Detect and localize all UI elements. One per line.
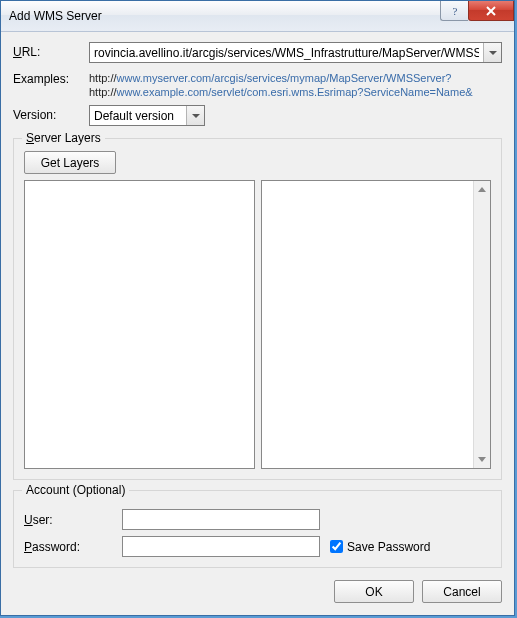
get-layers-button[interactable]: Get Layers: [24, 151, 116, 174]
chevron-down-icon: [489, 51, 497, 55]
examples-text: http://www.myserver.com/arcgis/services/…: [89, 69, 473, 99]
window-controls: ?: [440, 1, 514, 21]
cancel-button[interactable]: Cancel: [422, 580, 502, 603]
help-button[interactable]: ?: [440, 1, 468, 21]
password-label: Password:: [24, 540, 122, 554]
account-group: Account (Optional) User: Password: Save …: [13, 490, 502, 568]
chevron-up-icon: [478, 187, 486, 192]
version-row: Version: Default version: [13, 105, 502, 126]
version-combo[interactable]: Default version: [89, 105, 205, 126]
url-combo[interactable]: [89, 42, 502, 63]
version-label: Version:: [13, 105, 89, 122]
url-label: URL:: [13, 42, 89, 59]
server-layers-group: Server Layers Get Layers: [13, 138, 502, 480]
examples-label: Examples:: [13, 69, 89, 86]
account-legend: Account (Optional): [22, 483, 129, 497]
chevron-down-icon: [478, 457, 486, 462]
examples-row: Examples: http://www.myserver.com/arcgis…: [13, 69, 502, 99]
right-pane-scrollbar[interactable]: [473, 181, 490, 468]
client-area: URL: Examples: http://www.myserver.com/a…: [1, 32, 514, 615]
dialog-window: Add WMS Server ? URL:: [0, 0, 515, 616]
layers-list-left[interactable]: [24, 180, 255, 469]
help-icon: ?: [450, 5, 460, 17]
password-input[interactable]: [122, 536, 320, 557]
scroll-down-button[interactable]: [476, 453, 489, 466]
server-layers-legend: Server Layers: [22, 131, 105, 145]
titlebar: Add WMS Server ?: [1, 1, 514, 32]
url-input[interactable]: [90, 43, 483, 62]
user-input[interactable]: [122, 509, 320, 530]
svg-text:?: ?: [452, 5, 457, 17]
save-password-checkbox[interactable]: Save Password: [330, 540, 430, 554]
url-row: URL:: [13, 42, 502, 63]
scroll-up-button[interactable]: [476, 183, 489, 196]
dialog-footer: OK Cancel: [13, 580, 502, 603]
url-dropdown-button[interactable]: [483, 43, 501, 62]
layers-list-right[interactable]: [261, 180, 492, 469]
save-password-input[interactable]: [330, 540, 343, 553]
save-password-label: Save Password: [347, 540, 430, 554]
window-title: Add WMS Server: [9, 9, 102, 23]
user-label: User:: [24, 513, 122, 527]
example-line-2: http://www.example.com/servlet/com.esri.…: [89, 85, 473, 99]
ok-button[interactable]: OK: [334, 580, 414, 603]
version-dropdown-button[interactable]: [186, 106, 204, 125]
version-selected: Default version: [90, 109, 186, 123]
close-button[interactable]: [468, 1, 514, 21]
close-icon: [485, 5, 497, 17]
right-pane-content: [262, 181, 474, 468]
password-row: Password: Save Password: [24, 536, 491, 557]
layers-panes: [24, 180, 491, 469]
example-line-1: http://www.myserver.com/arcgis/services/…: [89, 71, 473, 85]
user-row: User:: [24, 509, 491, 530]
chevron-down-icon: [192, 114, 200, 118]
